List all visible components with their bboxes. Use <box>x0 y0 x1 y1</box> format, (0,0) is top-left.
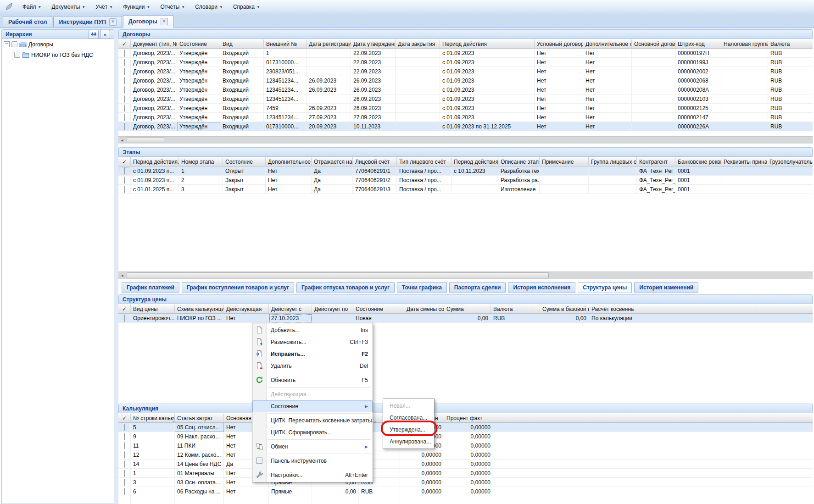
cell[interactable]: 26.09.2023 <box>307 85 351 94</box>
table-row[interactable]: с 01.01.2025 п...3ЗакрытНетДа7706406291\… <box>118 185 813 194</box>
cell[interactable]: Нет <box>535 113 583 122</box>
row-checkbox[interactable] <box>124 442 125 449</box>
menu-item-4[interactable]: УдалитьDel <box>252 360 373 372</box>
table-row[interactable]: Договор, 2023/...УтверждёнВходящий123451… <box>118 76 813 85</box>
cell[interactable]: 0,00000 <box>400 487 444 496</box>
row-checkbox[interactable] <box>124 167 125 175</box>
cell[interactable]: 11 <box>131 441 175 450</box>
cell[interactable]: Нет <box>583 85 632 94</box>
menu-item-3[interactable]: Исправить...F2 <box>252 348 373 360</box>
cell[interactable] <box>632 94 675 104</box>
cell[interactable] <box>721 76 768 85</box>
cell[interactable]: Нет <box>535 58 583 67</box>
column-header[interactable]: Контрагент <box>637 157 675 166</box>
cell[interactable]: Договор, 2023/... <box>131 94 177 104</box>
row-checkbox-cell[interactable] <box>118 441 131 450</box>
cell[interactable] <box>721 122 768 131</box>
row-checkbox[interactable] <box>124 105 125 112</box>
column-header[interactable]: Расчёт косвенных <box>589 305 634 314</box>
column-header[interactable]: Дата смены состо <box>404 305 444 314</box>
cell[interactable]: 017310000... <box>264 58 307 67</box>
cell[interactable]: RUB <box>491 314 540 323</box>
cell[interactable]: 05 Соц. отчисл... <box>175 423 224 432</box>
cell[interactable]: Утверждён <box>177 85 220 94</box>
table-row[interactable]: 303 Осн. оплата...НетПрямые0,00RUB0,0000… <box>118 478 813 487</box>
cell[interactable] <box>721 49 768 58</box>
cell[interactable]: 06 Расходы на ... <box>175 487 224 496</box>
cell[interactable]: 000000199J <box>675 58 721 67</box>
cell[interactable] <box>493 487 813 496</box>
cell[interactable]: 12 <box>131 450 175 460</box>
cell[interactable]: 26.09.2023 <box>351 104 396 113</box>
row-checkbox-cell[interactable] <box>118 423 131 432</box>
cell[interactable]: 0,00 <box>312 487 359 496</box>
cell[interactable] <box>312 496 359 504</box>
column-header[interactable]: ✓ <box>118 39 131 49</box>
cell[interactable] <box>493 423 813 432</box>
column-header[interactable]: Условный договор <box>535 39 583 49</box>
cell[interactable]: 22.09.2023 <box>351 58 396 67</box>
cell[interactable]: 230823/051... <box>264 67 307 76</box>
menubar-item-4[interactable]: Функции▼ <box>118 2 155 12</box>
row-checkbox[interactable] <box>124 50 125 57</box>
cell[interactable]: Нет <box>583 113 632 122</box>
cell[interactable]: 0,00000 <box>444 423 493 432</box>
scroll-thumb[interactable] <box>127 272 549 278</box>
cell[interactable]: 22.09.2023 <box>351 67 396 76</box>
column-header[interactable]: Номер этапа <box>179 157 223 166</box>
menu-item-2[interactable]: Размножить...Ctrl+F3 <box>252 336 373 348</box>
cell[interactable] <box>721 176 767 185</box>
tree-expander-icon[interactable] <box>4 41 10 47</box>
cell[interactable]: Изготовление ... <box>498 185 540 194</box>
cell[interactable]: 0,00000 <box>400 450 444 460</box>
cell[interactable] <box>721 166 767 176</box>
cell[interactable]: 14 <box>131 460 175 469</box>
detail-tab-7[interactable]: Структура цены <box>578 282 632 293</box>
cell[interactable] <box>269 496 312 504</box>
cell[interactable]: RUB <box>768 85 813 94</box>
cell[interactable] <box>721 58 768 67</box>
cell[interactable]: 123451234... <box>264 85 307 94</box>
menu-item-11[interactable]: ЦИТК. Пересчитать косвенные затраты... <box>252 415 373 426</box>
cell[interactable] <box>493 460 813 469</box>
cell[interactable]: Утверждён <box>177 58 220 67</box>
detail-tab-2[interactable]: График поступления товаров и услуг <box>182 282 294 293</box>
detail-tab-4[interactable]: Точки графика <box>397 282 447 293</box>
cell[interactable]: 0,00000 <box>444 432 493 441</box>
cell[interactable] <box>396 113 440 122</box>
cell[interactable]: Нет <box>583 122 632 131</box>
row-checkbox[interactable] <box>124 470 125 477</box>
row-checkbox-cell[interactable] <box>118 49 131 58</box>
cell[interactable] <box>589 185 637 194</box>
cell[interactable]: Нет <box>535 122 583 131</box>
cell[interactable] <box>721 94 768 104</box>
row-checkbox[interactable] <box>124 95 125 103</box>
cell[interactable]: RUB <box>359 487 400 496</box>
cell[interactable]: Утверждён <box>177 113 220 122</box>
column-header[interactable]: Сумма <box>444 305 491 314</box>
column-header[interactable]: Валюта <box>768 39 813 49</box>
row-checkbox-cell[interactable] <box>118 185 131 194</box>
cell[interactable] <box>721 113 768 122</box>
cell[interactable]: Нет <box>583 104 632 113</box>
cell[interactable]: Нет <box>583 94 632 104</box>
row-checkbox[interactable] <box>124 424 125 431</box>
menu-item-16[interactable]: Панель инструментов <box>252 455 373 467</box>
cell[interactable] <box>307 58 351 67</box>
close-icon[interactable]: ✕ <box>109 18 117 26</box>
row-checkbox[interactable] <box>124 114 125 121</box>
column-header[interactable]: Вид <box>220 39 264 49</box>
cell[interactable]: Договор, 2023/... <box>131 113 177 122</box>
cell[interactable]: 017310000... <box>264 122 307 131</box>
cell[interactable]: 7706406291\2 <box>353 176 397 185</box>
cell[interactable]: 0,00000 <box>400 460 444 469</box>
cell[interactable]: 26.09.2023 <box>351 85 396 94</box>
cell[interactable]: 1 <box>131 469 175 478</box>
tab-3[interactable]: Договоры✕ <box>123 15 173 28</box>
sidebar-splitter[interactable] <box>114 29 118 504</box>
collapse-sidebar-button[interactable]: « <box>100 30 110 39</box>
menubar-item-7[interactable]: Справка▼ <box>228 2 265 12</box>
cell[interactable] <box>312 314 353 323</box>
cell[interactable]: 0000002147 <box>675 113 721 122</box>
cell[interactable]: Договор, 2023/... <box>131 58 177 67</box>
